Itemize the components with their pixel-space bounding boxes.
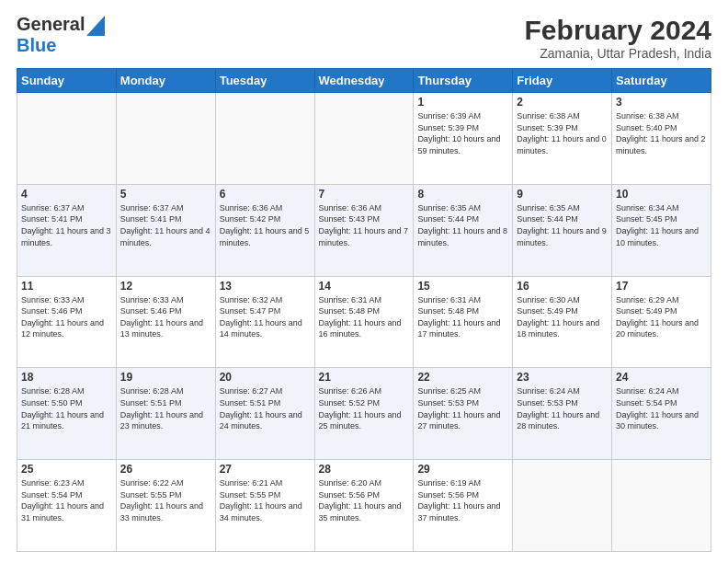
day-number: 8 <box>417 188 508 201</box>
day-info: Sunrise: 6:23 AM Sunset: 5:54 PM Dayligh… <box>21 477 112 523</box>
month-year: February 2024 <box>525 15 711 46</box>
day-number: 7 <box>319 188 410 201</box>
day-info: Sunrise: 6:28 AM Sunset: 5:51 PM Dayligh… <box>120 385 211 431</box>
calendar-cell: 29Sunrise: 6:19 AM Sunset: 5:56 PM Dayli… <box>414 460 513 552</box>
day-number: 16 <box>517 280 608 293</box>
day-of-week-header: Tuesday <box>215 69 314 93</box>
calendar-cell: 4Sunrise: 6:37 AM Sunset: 5:41 PM Daylig… <box>17 184 117 276</box>
day-info: Sunrise: 6:35 AM Sunset: 5:44 PM Dayligh… <box>517 202 608 248</box>
day-info: Sunrise: 6:27 AM Sunset: 5:51 PM Dayligh… <box>220 385 311 431</box>
calendar-week-row: 4Sunrise: 6:37 AM Sunset: 5:41 PM Daylig… <box>17 184 711 276</box>
calendar-cell: 23Sunrise: 6:24 AM Sunset: 5:53 PM Dayli… <box>513 368 612 460</box>
day-number: 2 <box>517 96 608 109</box>
day-info: Sunrise: 6:25 AM Sunset: 5:53 PM Dayligh… <box>417 385 508 431</box>
day-number: 9 <box>517 188 608 201</box>
calendar-cell <box>612 460 711 552</box>
calendar-cell: 28Sunrise: 6:20 AM Sunset: 5:56 PM Dayli… <box>314 460 414 552</box>
day-number: 19 <box>120 371 211 384</box>
calendar-cell: 11Sunrise: 6:33 AM Sunset: 5:46 PM Dayli… <box>17 276 117 368</box>
day-of-week-header: Friday <box>513 69 612 93</box>
calendar-cell: 12Sunrise: 6:33 AM Sunset: 5:46 PM Dayli… <box>116 276 215 368</box>
day-info: Sunrise: 6:19 AM Sunset: 5:56 PM Dayligh… <box>417 477 508 523</box>
day-of-week-header: Sunday <box>17 69 117 93</box>
calendar-cell <box>17 93 117 185</box>
calendar-cell: 25Sunrise: 6:23 AM Sunset: 5:54 PM Dayli… <box>17 460 117 552</box>
day-number: 17 <box>616 280 707 293</box>
calendar-table: SundayMondayTuesdayWednesdayThursdayFrid… <box>17 68 711 552</box>
logo-general: General <box>17 14 85 34</box>
title-block: February 2024 Zamania, Uttar Pradesh, In… <box>525 15 711 61</box>
day-info: Sunrise: 6:33 AM Sunset: 5:46 PM Dayligh… <box>120 294 211 340</box>
day-info: Sunrise: 6:36 AM Sunset: 5:42 PM Dayligh… <box>220 202 311 248</box>
calendar-cell: 17Sunrise: 6:29 AM Sunset: 5:49 PM Dayli… <box>612 276 711 368</box>
calendar-cell: 16Sunrise: 6:30 AM Sunset: 5:49 PM Dayli… <box>513 276 612 368</box>
calendar-cell: 8Sunrise: 6:35 AM Sunset: 5:44 PM Daylig… <box>414 184 513 276</box>
day-info: Sunrise: 6:38 AM Sunset: 5:40 PM Dayligh… <box>616 110 707 156</box>
calendar-cell: 3Sunrise: 6:38 AM Sunset: 5:40 PM Daylig… <box>612 93 711 185</box>
day-of-week-header: Thursday <box>414 69 513 93</box>
day-info: Sunrise: 6:22 AM Sunset: 5:55 PM Dayligh… <box>120 477 211 523</box>
logo-text: General Blue <box>17 15 105 54</box>
day-info: Sunrise: 6:31 AM Sunset: 5:48 PM Dayligh… <box>319 294 410 340</box>
day-number: 10 <box>616 188 707 201</box>
day-info: Sunrise: 6:38 AM Sunset: 5:39 PM Dayligh… <box>517 110 608 156</box>
day-info: Sunrise: 6:35 AM Sunset: 5:44 PM Dayligh… <box>417 202 508 248</box>
calendar-cell <box>215 93 314 185</box>
day-info: Sunrise: 6:30 AM Sunset: 5:49 PM Dayligh… <box>517 294 608 340</box>
day-of-week-header: Saturday <box>612 69 711 93</box>
day-number: 3 <box>616 96 707 109</box>
day-info: Sunrise: 6:36 AM Sunset: 5:43 PM Dayligh… <box>319 202 410 248</box>
day-info: Sunrise: 6:21 AM Sunset: 5:55 PM Dayligh… <box>220 477 311 523</box>
day-number: 28 <box>319 463 410 476</box>
day-number: 21 <box>319 371 410 384</box>
calendar-week-row: 18Sunrise: 6:28 AM Sunset: 5:50 PM Dayli… <box>17 368 711 460</box>
day-number: 24 <box>616 371 707 384</box>
calendar-cell: 20Sunrise: 6:27 AM Sunset: 5:51 PM Dayli… <box>215 368 314 460</box>
day-info: Sunrise: 6:34 AM Sunset: 5:45 PM Dayligh… <box>616 202 707 248</box>
calendar-cell: 9Sunrise: 6:35 AM Sunset: 5:44 PM Daylig… <box>513 184 612 276</box>
location: Zamania, Uttar Pradesh, India <box>525 46 711 61</box>
calendar-cell <box>116 93 215 185</box>
day-info: Sunrise: 6:32 AM Sunset: 5:47 PM Dayligh… <box>220 294 311 340</box>
calendar-cell: 21Sunrise: 6:26 AM Sunset: 5:52 PM Dayli… <box>314 368 414 460</box>
day-info: Sunrise: 6:20 AM Sunset: 5:56 PM Dayligh… <box>319 477 410 523</box>
calendar-week-row: 11Sunrise: 6:33 AM Sunset: 5:46 PM Dayli… <box>17 276 711 368</box>
calendar-cell: 1Sunrise: 6:39 AM Sunset: 5:39 PM Daylig… <box>414 93 513 185</box>
day-info: Sunrise: 6:37 AM Sunset: 5:41 PM Dayligh… <box>120 202 211 248</box>
calendar-week-row: 1Sunrise: 6:39 AM Sunset: 5:39 PM Daylig… <box>17 93 711 185</box>
day-number: 4 <box>21 188 112 201</box>
day-number: 25 <box>21 463 112 476</box>
calendar-cell: 19Sunrise: 6:28 AM Sunset: 5:51 PM Dayli… <box>116 368 215 460</box>
calendar-cell <box>513 460 612 552</box>
day-info: Sunrise: 6:37 AM Sunset: 5:41 PM Dayligh… <box>21 202 112 248</box>
calendar-cell: 22Sunrise: 6:25 AM Sunset: 5:53 PM Dayli… <box>414 368 513 460</box>
day-number: 15 <box>417 280 508 293</box>
day-number: 5 <box>120 188 211 201</box>
day-number: 27 <box>220 463 311 476</box>
day-number: 1 <box>417 96 508 109</box>
day-info: Sunrise: 6:24 AM Sunset: 5:54 PM Dayligh… <box>616 385 707 431</box>
calendar-cell: 5Sunrise: 6:37 AM Sunset: 5:41 PM Daylig… <box>116 184 215 276</box>
calendar-cell: 2Sunrise: 6:38 AM Sunset: 5:39 PM Daylig… <box>513 93 612 185</box>
day-number: 14 <box>319 280 410 293</box>
calendar-cell: 10Sunrise: 6:34 AM Sunset: 5:45 PM Dayli… <box>612 184 711 276</box>
day-info: Sunrise: 6:29 AM Sunset: 5:49 PM Dayligh… <box>616 294 707 340</box>
calendar-cell: 18Sunrise: 6:28 AM Sunset: 5:50 PM Dayli… <box>17 368 117 460</box>
day-info: Sunrise: 6:28 AM Sunset: 5:50 PM Dayligh… <box>21 385 112 431</box>
logo-triangle-icon <box>86 16 105 36</box>
calendar-cell: 14Sunrise: 6:31 AM Sunset: 5:48 PM Dayli… <box>314 276 414 368</box>
day-number: 11 <box>21 280 112 293</box>
calendar-cell: 26Sunrise: 6:22 AM Sunset: 5:55 PM Dayli… <box>116 460 215 552</box>
calendar-cell: 27Sunrise: 6:21 AM Sunset: 5:55 PM Dayli… <box>215 460 314 552</box>
logo-blue: Blue <box>17 36 105 54</box>
day-info: Sunrise: 6:33 AM Sunset: 5:46 PM Dayligh… <box>21 294 112 340</box>
calendar-cell: 15Sunrise: 6:31 AM Sunset: 5:48 PM Dayli… <box>414 276 513 368</box>
svg-marker-0 <box>86 16 105 36</box>
day-number: 23 <box>517 371 608 384</box>
day-of-week-header: Monday <box>116 69 215 93</box>
calendar-cell: 7Sunrise: 6:36 AM Sunset: 5:43 PM Daylig… <box>314 184 414 276</box>
calendar-cell: 6Sunrise: 6:36 AM Sunset: 5:42 PM Daylig… <box>215 184 314 276</box>
day-of-week-header: Wednesday <box>314 69 414 93</box>
page: General Blue February 2024 Zamania, Utta… <box>0 0 728 563</box>
day-number: 29 <box>417 463 508 476</box>
